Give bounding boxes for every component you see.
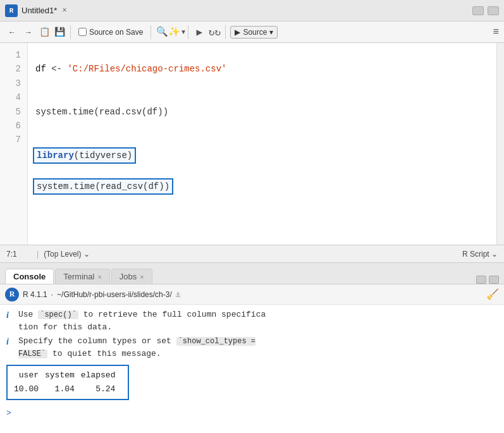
tab-console[interactable]: Console bbox=[5, 269, 54, 284]
editor-content: 1 2 3 4 5 6 7 df <- 'C:/RFiles/chicago-c… bbox=[0, 43, 504, 245]
rerun-button[interactable]: ↻↻ bbox=[208, 26, 221, 39]
tab-terminal[interactable]: Terminal × bbox=[55, 269, 110, 284]
info-icon-1: i bbox=[6, 308, 15, 322]
editor-toolbar: ← → 📋 💾 Source on Save 🔍 ✨▾ ▶ ↻↻ ▶ Sourc… bbox=[0, 21, 504, 43]
code-line-6: system.time(read_csv(df)) bbox=[35, 178, 489, 195]
timing-header-system: system bbox=[45, 369, 81, 382]
status-bar: 7:1 | (Top Level) ⌄ R Script ⌄ bbox=[0, 245, 504, 262]
timing-value-user: 10.00 bbox=[14, 382, 45, 396]
info-message-1: i Use `spec()` to retrieve the full colu… bbox=[6, 308, 498, 334]
source-button[interactable]: ▶ Source ▾ bbox=[230, 26, 278, 39]
run-button[interactable]: ▶ bbox=[193, 26, 206, 39]
console-path-separator: · bbox=[51, 290, 53, 299]
console-minimize-button[interactable] bbox=[476, 276, 486, 284]
code-level: (Top Level) ⌄ bbox=[44, 250, 107, 259]
source-arrow-icon: ▶ bbox=[235, 28, 240, 37]
maximize-button[interactable] bbox=[488, 6, 499, 15]
info-text-1: Use `spec()` to retrieve the full column… bbox=[18, 308, 498, 334]
level-dropdown-icon[interactable]: ⌄ bbox=[83, 250, 90, 259]
timing-value-elapsed: 5.24 bbox=[81, 382, 122, 396]
console-tab-controls bbox=[476, 276, 499, 284]
info-message-2: i Specify the column types or set `show_… bbox=[6, 335, 498, 360]
console-r-version: R 4.1.1 bbox=[23, 290, 47, 299]
toolbar-separator-2 bbox=[151, 25, 151, 39]
line-num-7: 7 bbox=[0, 133, 27, 147]
r-badge-icon: R bbox=[5, 288, 19, 302]
code-line-3: system.time(read.csv(df)) bbox=[35, 105, 489, 119]
inline-code-spec: `spec()` bbox=[38, 310, 78, 319]
console-tabs: Console Terminal × Jobs × bbox=[0, 263, 504, 284]
line-num-4: 4 bbox=[0, 90, 27, 104]
lines-menu-button[interactable]: ≡ bbox=[493, 27, 499, 38]
back-button[interactable]: ← bbox=[5, 27, 19, 38]
app-icon: R bbox=[5, 4, 18, 17]
timing-header-user: user bbox=[14, 369, 45, 382]
console-link-icon[interactable]: ⚓ bbox=[176, 290, 181, 300]
console-maximize-button[interactable] bbox=[489, 276, 499, 284]
script-type: R Script ⌄ bbox=[462, 250, 498, 259]
line-numbers: 1 2 3 4 5 6 7 bbox=[0, 43, 28, 245]
timing-table: user system elapsed 10.00 1.04 5.24 bbox=[14, 369, 121, 396]
magic-wand-button[interactable]: ✨▾ bbox=[171, 26, 183, 39]
code-line-5: library(tidyverse) bbox=[35, 147, 489, 164]
info-text-2: Specify the column types or set `show_co… bbox=[18, 335, 498, 360]
line-num-2: 2 bbox=[0, 62, 27, 76]
editor-scrollbar[interactable] bbox=[496, 43, 504, 245]
minimize-button[interactable] bbox=[472, 6, 484, 15]
inline-code-show-col: `show_col_types =FALSE` bbox=[18, 337, 255, 358]
file-title: Untitled1* bbox=[22, 6, 57, 15]
console-prompt-line: > bbox=[6, 407, 498, 420]
toolbar-separator-4 bbox=[225, 25, 226, 39]
timing-value-row: 10.00 1.04 5.24 bbox=[14, 382, 121, 396]
line-num-1: 1 bbox=[0, 48, 27, 62]
timing-header-elapsed: elapsed bbox=[81, 369, 122, 382]
source-dropdown-icon: ▾ bbox=[269, 28, 273, 37]
console-toolbar: R R 4.1.1 · ~/GitHub/r-pbi-users-ii/slid… bbox=[0, 284, 504, 305]
tab-jobs-label: Jobs bbox=[120, 272, 137, 281]
window-controls bbox=[472, 6, 499, 15]
timing-value-system: 1.04 bbox=[45, 382, 81, 396]
forward-icon: → bbox=[25, 28, 32, 37]
clear-console-button[interactable]: 🧹 bbox=[486, 288, 499, 301]
console-prompt: > bbox=[6, 407, 11, 420]
toolbar-separator-3 bbox=[188, 25, 188, 39]
line-num-5: 5 bbox=[0, 105, 27, 119]
tab-jobs[interactable]: Jobs × bbox=[111, 269, 152, 284]
console-working-path: ~/GitHub/r-pbi-users-ii/slides/ch-3/ bbox=[57, 290, 172, 299]
timing-header-row: user system elapsed bbox=[14, 369, 121, 382]
cursor-position: 7:1 bbox=[6, 250, 32, 259]
tab-console-label: Console bbox=[13, 272, 46, 281]
code-editor[interactable]: df <- 'C:/RFiles/chicago-crimes.csv' sys… bbox=[28, 43, 496, 245]
status-separator: | bbox=[37, 250, 39, 259]
source-on-save-checkbox[interactable] bbox=[78, 28, 87, 36]
back-icon: ← bbox=[8, 28, 16, 37]
file-close-button[interactable]: × bbox=[62, 6, 66, 15]
tab-jobs-close[interactable]: × bbox=[140, 273, 144, 281]
info-icon-2: i bbox=[6, 335, 15, 349]
tab-terminal-label: Terminal bbox=[63, 272, 94, 281]
line-num-3: 3 bbox=[0, 76, 27, 90]
search-button[interactable]: 🔍 bbox=[156, 26, 168, 39]
timing-output-box: user system elapsed 10.00 1.04 5.24 bbox=[6, 365, 129, 400]
clipboard-button[interactable]: 📋 bbox=[38, 26, 51, 39]
script-type-dropdown-icon[interactable]: ⌄ bbox=[491, 250, 498, 259]
source-button-label: Source bbox=[243, 28, 267, 37]
editor-area: 1 2 3 4 5 6 7 df <- 'C:/RFiles/chicago-c… bbox=[0, 43, 504, 262]
toolbar-separator bbox=[70, 25, 71, 39]
source-on-save-toggle[interactable]: Source on Save bbox=[75, 27, 146, 38]
source-on-save-label: Source on Save bbox=[89, 28, 143, 37]
code-line-1: df <- 'C:/RFiles/chicago-crimes.csv' bbox=[35, 62, 489, 76]
tab-terminal-close[interactable]: × bbox=[97, 273, 101, 281]
console-section: Console Terminal × Jobs × R R 4.1.1 · ~/… bbox=[0, 262, 504, 433]
save-button[interactable]: 💾 bbox=[53, 26, 66, 39]
line-num-6: 6 bbox=[0, 119, 27, 133]
title-bar: R Untitled1* × bbox=[0, 0, 504, 21]
console-output[interactable]: i Use `spec()` to retrieve the full colu… bbox=[0, 305, 504, 433]
forward-button[interactable]: → bbox=[22, 27, 35, 38]
